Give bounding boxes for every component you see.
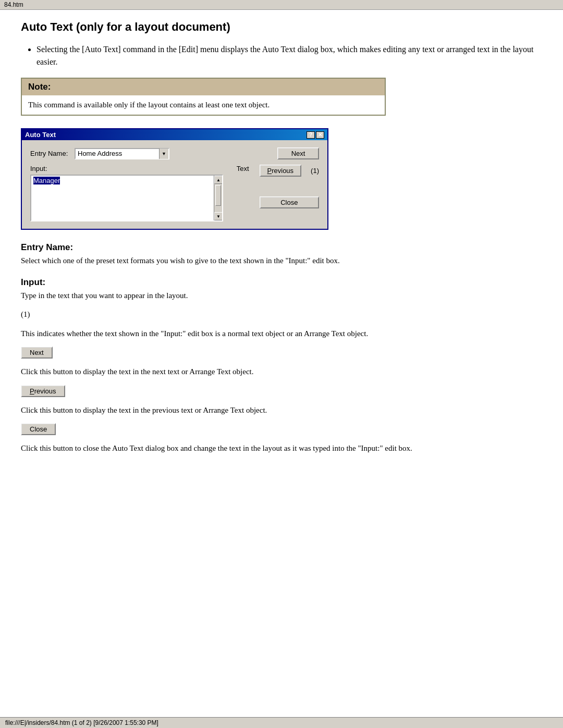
previous-button-dialog[interactable]: Previous (260, 165, 302, 177)
next-button-desc: Click this button to display the text in… (21, 366, 542, 378)
dialog-close-btn[interactable]: ✕ (316, 131, 324, 139)
entry-name-label: Entry Name: (30, 150, 75, 157)
intro-list: Selecting the [Auto Text] command in the… (36, 43, 542, 68)
tab-bar: 84.htm (0, 0, 563, 10)
annotation-label: (1) (311, 167, 319, 175)
entry-name-heading: Entry Name: (21, 242, 542, 253)
previous-rest-standalone: revious (34, 387, 56, 395)
entry-name-input[interactable] (76, 149, 159, 158)
input-label-row: Input: Text (30, 165, 254, 172)
selected-text: Manager (33, 177, 60, 184)
dialog-title: Auto Text (25, 131, 56, 139)
annotation-1-label: (1) (21, 309, 542, 320)
scroll-down-arrow[interactable]: ▼ (214, 212, 223, 220)
auto-text-dialog: Auto Text ? ✕ Entry Name: ▼ (21, 128, 328, 230)
previous-u: P (30, 387, 34, 395)
input-text: Type in the text that you want to appear… (21, 290, 542, 302)
dialog-titlebar-controls: ? ✕ (307, 131, 324, 139)
page-content: Auto Text (only for a layout document) S… (0, 10, 563, 493)
close-button-dialog[interactable]: Close (260, 196, 319, 208)
previous-row: Previous (1) (260, 165, 319, 177)
note-body: This command is available only if the la… (22, 95, 385, 115)
note-header: Note: (22, 79, 385, 95)
status-bar: file:///E|/insiders/84.htm (1 of 2) [9/2… (0, 717, 563, 728)
page-title: Auto Text (only for a layout document) (21, 20, 542, 34)
input-left: Input: Text Manager ▲ (30, 165, 254, 221)
close-standalone-button[interactable]: Close (21, 423, 56, 435)
input-label: Input: (30, 165, 75, 172)
intro-bullet-1: Selecting the [Auto Text] command in the… (36, 43, 542, 68)
dialog-body: Entry Name: ▼ Next (22, 140, 327, 229)
note-box: Note: This command is available only if … (21, 78, 386, 116)
input-heading: Input: (21, 277, 542, 288)
status-text: file:///E|/insiders/84.htm (1 of 2) [9/2… (5, 719, 158, 726)
next-button-wrapper: Next (21, 347, 542, 363)
previous-rest: revious (272, 167, 293, 175)
next-standalone-button[interactable]: Next (21, 347, 53, 359)
next-button-dialog[interactable]: Next (277, 147, 319, 159)
scroll-thumb[interactable] (215, 185, 221, 206)
previous-button-wrapper: Previous (21, 385, 542, 401)
tab-label: 84.htm (4, 1, 23, 8)
input-textarea[interactable]: Manager ▲ ▼ (30, 175, 223, 221)
previous-standalone-button[interactable]: Previous (21, 385, 65, 397)
input-type-label: Text (237, 165, 249, 172)
close-button-wrapper: Close (21, 423, 542, 439)
scrollbar-vertical[interactable]: ▲ ▼ (214, 176, 222, 220)
scroll-track (214, 207, 222, 212)
entry-name-text: Select which one of the preset text form… (21, 255, 542, 267)
entry-name-select[interactable]: ▼ (75, 148, 169, 159)
input-section: Input: Text Manager ▲ (30, 165, 319, 221)
dialog-titlebar: Auto Text ? ✕ (22, 129, 327, 140)
previous-underline: P (267, 167, 272, 175)
entry-name-arrow[interactable]: ▼ (159, 149, 168, 159)
close-button-desc: Click this button to close the Auto Text… (21, 442, 542, 454)
spacer (260, 179, 319, 194)
scroll-up-arrow[interactable]: ▲ (214, 176, 223, 184)
dialog-right-col: Next (277, 147, 319, 159)
dialog-help-btn[interactable]: ? (307, 131, 315, 139)
dialog-right-buttons: Previous (1) Close (260, 165, 319, 208)
entry-name-row: Entry Name: ▼ Next (30, 147, 319, 159)
annotation-1-text: This indicates whether the text shown in… (21, 328, 542, 340)
dialog-wrapper: Auto Text ? ✕ Entry Name: ▼ (21, 128, 542, 230)
textarea-content: Manager (31, 176, 214, 220)
previous-button-desc: Click this button to display the text in… (21, 404, 542, 416)
